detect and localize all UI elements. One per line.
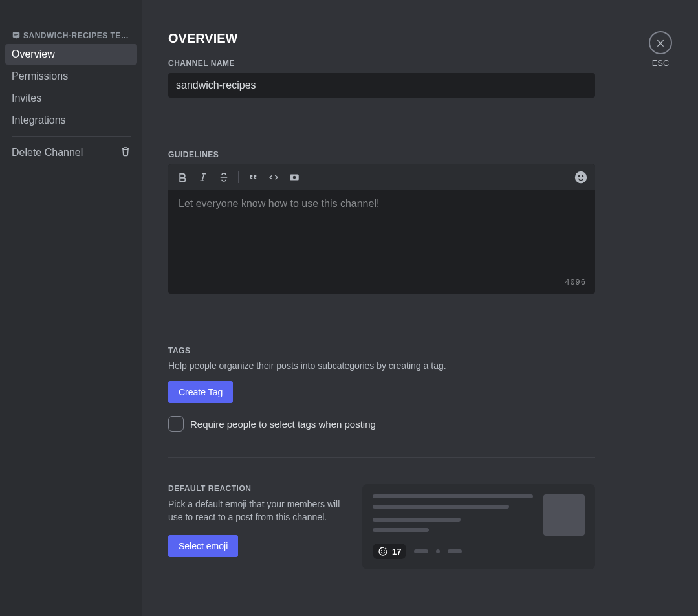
toolbar-separator (238, 171, 239, 183)
italic-icon (197, 171, 209, 183)
strikethrough-icon (218, 171, 230, 183)
section-divider (168, 320, 595, 320)
channel-name-input[interactable] (168, 73, 595, 98)
svg-point-4 (582, 175, 583, 177)
require-tags-label: Require people to select tags when posti… (190, 419, 376, 430)
emoji-add-icon (378, 546, 388, 556)
settings-main: ESC Overview Channel Name Guidelines (142, 0, 698, 616)
reaction-preview-card: 17 (362, 484, 595, 569)
svg-point-3 (578, 175, 580, 177)
sidebar-item-overview[interactable]: Overview (5, 44, 137, 65)
close-wrap: ESC (649, 31, 672, 68)
sidebar-item-integrations[interactable]: Integrations (5, 110, 137, 131)
bold-icon (177, 171, 188, 183)
close-icon (655, 38, 666, 48)
select-emoji-button[interactable]: Select emoji (168, 535, 238, 557)
sidebar-item-label: Integrations (12, 115, 66, 126)
close-button[interactable] (649, 31, 672, 54)
require-tags-checkbox[interactable] (168, 416, 184, 432)
sidebar-item-label: Invites (12, 93, 41, 104)
page-title: Overview (168, 31, 595, 46)
trash-icon (120, 146, 131, 159)
svg-point-1 (293, 176, 296, 179)
sidebar-header: SANDWICH-RECIPES TE… (5, 31, 137, 44)
preview-skeleton: 17 (373, 494, 533, 559)
preview-thumbnail (543, 494, 585, 536)
section-divider (168, 457, 595, 458)
sidebar-divider (12, 136, 131, 137)
close-esc-label: ESC (649, 58, 672, 68)
sidebar-item-label: Overview (12, 49, 55, 60)
emoji-icon (574, 170, 588, 184)
quote-button[interactable] (244, 168, 262, 186)
settings-sidebar: SANDWICH-RECIPES TE… Overview Permission… (0, 0, 142, 616)
eye-icon (289, 171, 300, 183)
svg-point-6 (381, 550, 382, 551)
channel-name-label: Channel Name (168, 59, 595, 68)
quote-icon (247, 171, 259, 183)
require-tags-row: Require people to select tags when posti… (168, 416, 595, 432)
sidebar-item-permissions[interactable]: Permissions (5, 66, 137, 87)
sidebar-item-label: Permissions (12, 71, 68, 82)
guidelines-editor: Let everyone know how to use this channe… (168, 164, 595, 294)
emoji-picker-button[interactable] (572, 168, 590, 186)
default-reaction-desc: Pick a default emoji that your members w… (168, 498, 349, 523)
guidelines-textarea[interactable]: Let everyone know how to use this channe… (168, 190, 595, 294)
svg-point-2 (575, 171, 587, 183)
guidelines-label: Guidelines (168, 150, 595, 159)
create-tag-button[interactable]: Create Tag (168, 381, 233, 403)
sidebar-item-label: Delete Channel (12, 147, 83, 159)
code-button[interactable] (265, 168, 283, 186)
forum-channel-icon (12, 31, 21, 40)
default-reaction-label: Default Reaction (168, 484, 349, 493)
sidebar-item-invites[interactable]: Invites (5, 88, 137, 109)
strikethrough-button[interactable] (215, 168, 233, 186)
tags-help-text: Help people organize their posts into su… (168, 360, 595, 371)
bold-button[interactable] (173, 168, 191, 186)
reaction-chip: 17 (373, 544, 406, 559)
sidebar-item-delete-channel[interactable]: Delete Channel (5, 142, 137, 164)
guidelines-placeholder: Let everyone know how to use this channe… (179, 198, 379, 209)
guidelines-char-count: 4096 (565, 278, 586, 287)
sidebar-header-text: SANDWICH-RECIPES TE… (23, 31, 129, 40)
code-icon (268, 171, 279, 183)
reaction-count: 17 (392, 547, 401, 556)
italic-button[interactable] (194, 168, 212, 186)
section-divider (168, 124, 595, 124)
eye-button[interactable] (285, 168, 303, 186)
tags-label: Tags (168, 346, 595, 355)
editor-toolbar (168, 164, 595, 190)
